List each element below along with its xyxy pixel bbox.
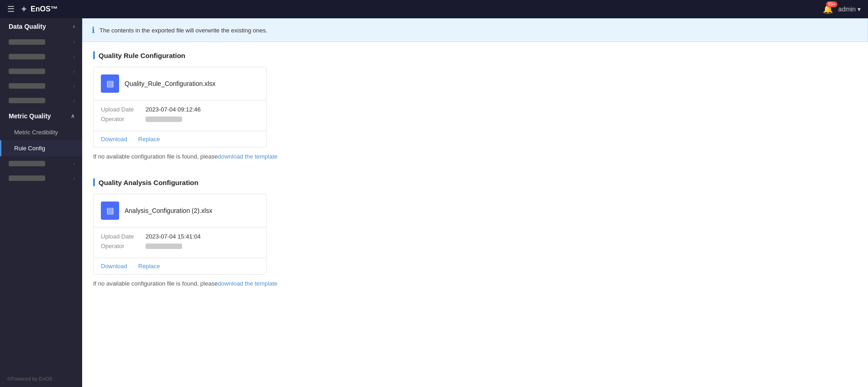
sidebar-item-2-label bbox=[9, 54, 45, 59]
notif-badge: 99+ bbox=[826, 1, 837, 7]
quality-analysis-operator-row: Operator bbox=[101, 243, 259, 249]
metric-credibility-label: Metric Credibility bbox=[14, 129, 58, 136]
quality-analysis-replace-button[interactable]: Replace bbox=[138, 263, 160, 270]
quality-analysis-section: Quality Analysis Configuration ▤ Analysi… bbox=[82, 169, 868, 296]
quality-analysis-no-config-prefix: If no available configuration file is fo… bbox=[93, 280, 218, 287]
sidebar-item-1-chevron: › bbox=[73, 39, 75, 45]
notification-bell[interactable]: 🔔 99+ bbox=[823, 4, 833, 14]
quality-rule-file-icon: ▤ bbox=[101, 74, 119, 93]
quality-rule-replace-button[interactable]: Replace bbox=[138, 136, 160, 143]
quality-analysis-no-config-text: If no available configuration file is fo… bbox=[93, 280, 857, 287]
quality-analysis-file-name: Analysis_Configuration (2).xlsx bbox=[125, 207, 212, 214]
sidebar-item-9-chevron: › bbox=[73, 175, 75, 181]
quality-analysis-title-text: Quality Analysis Configuration bbox=[99, 179, 199, 186]
quality-rule-upload-date-label: Upload Date bbox=[101, 106, 142, 113]
logo-icon: ✦ bbox=[20, 4, 28, 15]
chevron-down-icon: ▾ bbox=[858, 5, 861, 13]
quality-rule-operator-label: Operator bbox=[101, 116, 142, 122]
quality-rule-title-text: Quality Rule Configuration bbox=[99, 52, 185, 59]
sidebar-item-2[interactable]: › bbox=[0, 49, 82, 64]
sidebar-item-3-chevron: › bbox=[73, 69, 75, 74]
quality-rule-file-card: ▤ Quality_Rule_Configuration.xlsx Upload… bbox=[93, 67, 267, 148]
sidebar: Data Quality › › › › › bbox=[0, 18, 82, 387]
chevron-right-icon: › bbox=[73, 23, 75, 30]
xlsx-icon-2: ▤ bbox=[106, 206, 114, 216]
main-layout: Data Quality › › › › › bbox=[0, 18, 868, 387]
sidebar-item-configuration[interactable]: › bbox=[0, 79, 82, 93]
sidebar-item-5[interactable]: › bbox=[0, 93, 82, 108]
hamburger-icon[interactable]: ☰ bbox=[7, 4, 15, 14]
sidebar-item-5-label bbox=[9, 98, 45, 103]
sidebar-footer-text: ©Powered by EnOS bbox=[7, 376, 52, 382]
sidebar-item-data-quality[interactable]: Data Quality › bbox=[0, 18, 82, 35]
rule-config-label: Rule Config bbox=[14, 145, 45, 152]
topbar-right: 🔔 99+ admin ▾ bbox=[823, 4, 861, 14]
quality-rule-file-meta: Upload Date 2023-07-04 09:12:46 Operator bbox=[94, 101, 266, 131]
sidebar-section-label: Data Quality bbox=[9, 23, 46, 30]
logo-text: EnOS™ bbox=[31, 5, 58, 13]
xlsx-icon: ▤ bbox=[106, 79, 114, 89]
quality-rule-upload-date-row: Upload Date 2023-07-04 09:12:46 bbox=[101, 106, 259, 113]
sidebar-item-rule-config[interactable]: Rule Config bbox=[0, 140, 82, 156]
info-banner-text: The contents in the exported file will o… bbox=[99, 27, 267, 34]
sidebar-item-configuration-chevron: › bbox=[73, 83, 75, 89]
topbar-left: ☰ ✦ EnOS™ bbox=[7, 4, 58, 15]
sidebar-item-metric-quality[interactable]: Metric Quality ∧ bbox=[0, 108, 82, 124]
quality-analysis-operator-value bbox=[146, 244, 182, 249]
sidebar-item-configuration-label bbox=[9, 83, 45, 89]
quality-analysis-upload-date-label: Upload Date bbox=[101, 233, 142, 240]
quality-rule-file-actions: Download Replace bbox=[94, 131, 266, 147]
quality-analysis-file-card: ▤ Analysis_Configuration (2).xlsx Upload… bbox=[93, 194, 267, 275]
quality-analysis-operator-label: Operator bbox=[101, 243, 142, 249]
quality-rule-no-config-prefix: If no available configuration file is fo… bbox=[93, 153, 218, 160]
sidebar-item-1[interactable]: › bbox=[0, 35, 82, 49]
metric-quality-label: Metric Quality bbox=[9, 112, 51, 120]
sidebar-item-9[interactable]: › bbox=[0, 171, 82, 186]
sidebar-item-8-chevron: › bbox=[73, 161, 75, 166]
sidebar-item-3[interactable]: › bbox=[0, 64, 82, 79]
quality-analysis-file-header: ▤ Analysis_Configuration (2).xlsx bbox=[94, 194, 266, 228]
sidebar-item-2-chevron: › bbox=[73, 54, 75, 59]
sidebar-item-1-label bbox=[9, 39, 45, 45]
quality-rule-no-config-text: If no available configuration file is fo… bbox=[93, 153, 857, 160]
logo: ✦ EnOS™ bbox=[20, 4, 58, 15]
sidebar-footer: ©Powered by EnOS bbox=[0, 371, 82, 387]
quality-rule-section-title: Quality Rule Configuration bbox=[93, 51, 857, 59]
info-icon: ℹ bbox=[92, 25, 95, 35]
quality-rule-operator-row: Operator bbox=[101, 116, 259, 122]
quality-analysis-download-button[interactable]: Download bbox=[101, 263, 127, 270]
sidebar-item-8[interactable]: › bbox=[0, 156, 82, 171]
quality-analysis-upload-date-value: 2023-07-04 15:41:04 bbox=[146, 233, 201, 240]
sidebar-item-metric-credibility[interactable]: Metric Credibility bbox=[0, 124, 82, 140]
quality-analysis-download-template-link[interactable]: download the template bbox=[218, 280, 277, 287]
quality-rule-file-header: ▤ Quality_Rule_Configuration.xlsx bbox=[94, 67, 266, 101]
quality-rule-download-template-link[interactable]: download the template bbox=[218, 153, 277, 160]
topbar: ☰ ✦ EnOS™ 🔔 99+ admin ▾ bbox=[0, 0, 868, 18]
sidebar-item-9-label bbox=[9, 175, 45, 181]
quality-rule-download-button[interactable]: Download bbox=[101, 136, 127, 143]
info-banner: ℹ The contents in the exported file will… bbox=[82, 18, 868, 42]
quality-rule-file-name: Quality_Rule_Configuration.xlsx bbox=[125, 80, 215, 87]
main-content: ℹ The contents in the exported file will… bbox=[82, 18, 868, 387]
quality-rule-upload-date-value: 2023-07-04 09:12:46 bbox=[146, 106, 201, 113]
quality-analysis-file-meta: Upload Date 2023-07-04 15:41:04 Operator bbox=[94, 228, 266, 258]
quality-analysis-file-actions: Download Replace bbox=[94, 258, 266, 274]
quality-rule-section: Quality Rule Configuration ▤ Quality_Rul… bbox=[82, 42, 868, 169]
admin-label: admin bbox=[838, 5, 856, 13]
quality-analysis-upload-date-row: Upload Date 2023-07-04 15:41:04 bbox=[101, 233, 259, 240]
sidebar-item-3-label bbox=[9, 69, 45, 74]
metric-quality-chevron: ∧ bbox=[71, 113, 75, 119]
quality-analysis-section-title: Quality Analysis Configuration bbox=[93, 178, 857, 186]
sidebar-item-8-label bbox=[9, 161, 45, 166]
admin-dropdown[interactable]: admin ▾ bbox=[838, 5, 861, 13]
sidebar-item-5-chevron: › bbox=[73, 98, 75, 103]
quality-analysis-file-icon: ▤ bbox=[101, 201, 119, 220]
quality-rule-operator-value bbox=[146, 117, 182, 122]
